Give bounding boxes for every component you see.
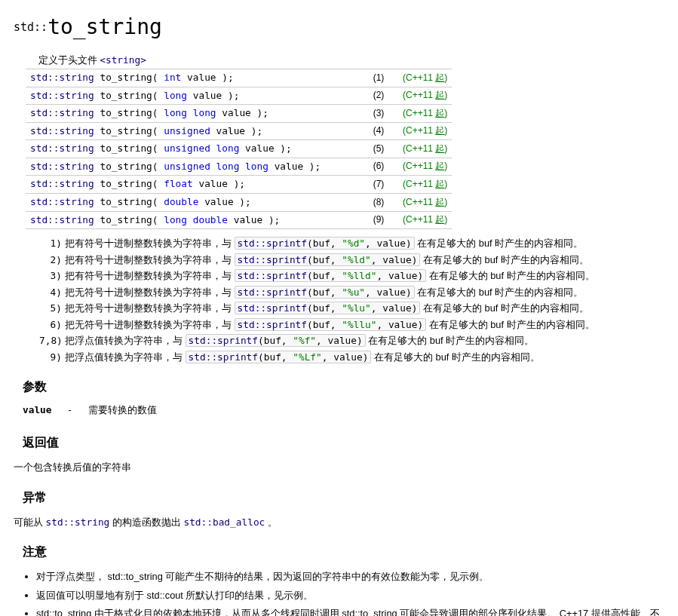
decl-row: std::string to_string( long long value )…: [26, 105, 452, 123]
desc-idx: 5): [39, 302, 62, 316]
decl-row: std::string to_string( unsigned long val…: [26, 140, 452, 158]
note-item: std::to_string 由于格式化目的依赖本地环境，从而从多个线程同时调用…: [36, 607, 662, 616]
decl-num: (1): [359, 69, 398, 87]
description-list: 1)把有符号十进制整数转换为字符串，与 std::sprintf(buf, "%…: [39, 237, 662, 364]
decl-signature: std::string to_string( unsigned long val…: [26, 140, 359, 158]
decl-num: (5): [359, 140, 398, 158]
decl-row: std::string to_string( float value );(7)…: [26, 176, 452, 194]
desc-row: 4)把无符号十进制整数转换为字符串，与 std::sprintf(buf, "%…: [39, 286, 662, 300]
inline-code: std::sprintf(buf, "%d", value): [235, 237, 415, 250]
desc-idx: 7,8): [39, 334, 62, 348]
param-sep: -: [61, 402, 79, 419]
link-sprintf[interactable]: std::sprintf: [238, 302, 307, 314]
decl-row: std::string to_string( int value );(1)(C…: [26, 69, 452, 87]
link-sprintf[interactable]: std::sprintf: [238, 270, 307, 281]
desc-idx: 3): [39, 269, 62, 283]
desc-row: 7,8)把浮点值转换为字符串，与 std::sprintf(buf, "%f",…: [39, 334, 662, 348]
inline-code: std::sprintf(buf, "%ld", value): [235, 253, 421, 266]
link-sprintf[interactable]: std::sprintf: [238, 319, 307, 330]
decl-num: (9): [359, 211, 398, 229]
section-params-heading: 参数: [23, 378, 662, 395]
desc-idx: 2): [39, 253, 62, 268]
link-sprintf[interactable]: std::sprintf: [238, 254, 307, 265]
decl-signature: std::string to_string( int value );: [26, 69, 359, 87]
return-text: 一个包含转换后值的字符串: [14, 461, 662, 475]
section-notes-heading: 注意: [23, 543, 662, 560]
title-name: to_string: [48, 14, 162, 39]
decl-signature: std::string to_string( unsigned value );: [26, 122, 359, 140]
param-name: value: [15, 402, 60, 419]
header-label: 定义于头文件: [38, 54, 100, 66]
link-sprintf[interactable]: std::sprintf: [189, 351, 258, 363]
desc-row: 3)把有符号十进制整数转换为字符串，与 std::sprintf(buf, "%…: [39, 269, 662, 283]
decl-since: (C++11 起): [398, 211, 452, 229]
decl-num: (3): [359, 105, 398, 123]
desc-idx: 4): [39, 286, 62, 300]
page-title: std::to_string: [14, 12, 662, 43]
section-except-heading: 异常: [23, 489, 662, 506]
inline-code: std::sprintf(buf, "%Lf", value): [186, 351, 372, 363]
link-std-string[interactable]: std::string: [46, 516, 110, 528]
decl-since: (C++11 起): [398, 105, 452, 123]
desc-idx: 1): [39, 237, 62, 251]
desc-row: 1)把有符号十进制整数转换为字符串，与 std::sprintf(buf, "%…: [39, 237, 662, 251]
inline-code: std::sprintf(buf, "%llu", value): [235, 318, 427, 331]
decl-row: std::string to_string( unsigned value );…: [26, 122, 452, 140]
decl-signature: std::string to_string( unsigned long lon…: [26, 158, 359, 176]
decl-since: (C++11 起): [398, 140, 452, 158]
decl-since: (C++11 起): [398, 69, 452, 87]
desc-idx: 6): [39, 318, 62, 333]
desc-row: 9)把浮点值转换为字符串，与 std::sprintf(buf, "%Lf", …: [39, 351, 662, 365]
decl-row: std::string to_string( unsigned long lon…: [26, 158, 452, 176]
note-item: 对于浮点类型， std::to_string 可能产生不期待的结果，因为返回的字…: [36, 570, 662, 584]
desc-text: 把有符号十进制整数转换为字符串，与 std::sprintf(buf, "%ld…: [65, 253, 662, 268]
decl-signature: std::string to_string( long value );: [26, 87, 359, 105]
inline-code: std::sprintf(buf, "%u", value): [235, 286, 415, 299]
decl-since: (C++11 起): [398, 87, 452, 105]
decl-since: (C++11 起): [398, 122, 452, 140]
decl-num: (7): [359, 176, 398, 194]
decl-signature: std::string to_string( float value );: [26, 176, 359, 194]
link-sprintf[interactable]: std::sprintf: [238, 287, 307, 298]
desc-text: 把无符号十进制整数转换为字符串，与 std::sprintf(buf, "%ll…: [65, 318, 662, 333]
param-desc: 需要转换的数值: [81, 402, 164, 419]
link-bad-alloc[interactable]: std::bad_alloc: [183, 516, 265, 528]
inline-code: std::sprintf(buf, "%lu", value): [235, 302, 421, 314]
inline-code: std::sprintf(buf, "%f", value): [186, 334, 366, 347]
desc-row: 6)把无符号十进制整数转换为字符串，与 std::sprintf(buf, "%…: [39, 318, 662, 333]
inline-code: std::sprintf(buf, "%lld", value): [235, 269, 427, 282]
decl-since: (C++11 起): [398, 158, 452, 176]
desc-text: 把无符号十进制整数转换为字符串，与 std::sprintf(buf, "%u"…: [65, 286, 662, 300]
decl-since: (C++11 起): [398, 193, 452, 211]
desc-text: 把有符号十进制整数转换为字符串，与 std::sprintf(buf, "%ll…: [65, 269, 662, 283]
decl-num: (4): [359, 122, 398, 140]
desc-idx: 9): [39, 351, 62, 365]
desc-text: 把有符号十进制整数转换为字符串，与 std::sprintf(buf, "%d"…: [65, 237, 662, 251]
decl-row: std::string to_string( long double value…: [26, 211, 452, 229]
decl-signature: std::string to_string( double value );: [26, 193, 359, 211]
desc-text: 把浮点值转换为字符串，与 std::sprintf(buf, "%Lf", va…: [65, 351, 662, 365]
link-sprintf[interactable]: std::sprintf: [189, 335, 258, 346]
link-sprintf[interactable]: std::sprintf: [238, 238, 307, 249]
decl-row: std::string to_string( long value );(2)(…: [26, 87, 452, 105]
desc-text: 把无符号十进制整数转换为字符串，与 std::sprintf(buf, "%lu…: [65, 302, 662, 316]
desc-row: 5)把无符号十进制整数转换为字符串，与 std::sprintf(buf, "%…: [39, 302, 662, 316]
header-row: 定义于头文件 <string>: [26, 52, 452, 69]
decl-since: (C++11 起): [398, 176, 452, 194]
params-table: value - 需要转换的数值: [14, 400, 166, 421]
decl-signature: std::string to_string( long long value )…: [26, 105, 359, 123]
decl-row: std::string to_string( double value );(8…: [26, 193, 452, 211]
decl-num: (2): [359, 87, 398, 105]
declaration-table: 定义于头文件 <string> std::string to_string( i…: [26, 52, 452, 229]
desc-text: 把浮点值转换为字符串，与 std::sprintf(buf, "%f", val…: [65, 334, 662, 348]
decl-num: (8): [359, 193, 398, 211]
decl-num: (6): [359, 158, 398, 176]
section-return-heading: 返回值: [23, 434, 662, 451]
header-include-link[interactable]: <string>: [100, 54, 146, 66]
note-item: 返回值可以明显地有别于 std::cout 所默认打印的结果，见示例。: [36, 589, 662, 603]
title-namespace: std::: [14, 20, 48, 34]
desc-row: 2)把有符号十进制整数转换为字符串，与 std::sprintf(buf, "%…: [39, 253, 662, 268]
except-text: 可能从 std::string 的构造函数抛出 std::bad_alloc 。: [14, 516, 662, 530]
notes-list: 对于浮点类型， std::to_string 可能产生不期待的结果，因为返回的字…: [26, 570, 662, 616]
decl-signature: std::string to_string( long double value…: [26, 211, 359, 229]
